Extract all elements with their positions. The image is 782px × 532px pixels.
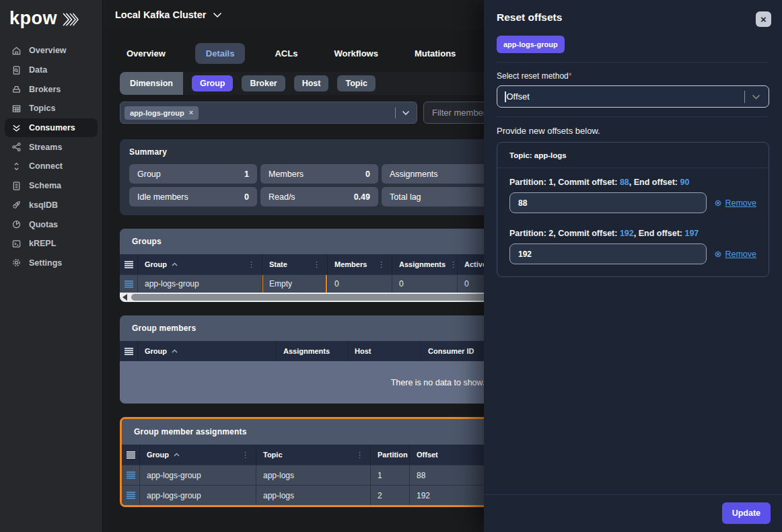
row-menu-cell[interactable] bbox=[122, 465, 140, 485]
sidebar-item-quotas[interactable]: Quotas bbox=[5, 215, 98, 234]
sidebar-item-label: Schema bbox=[29, 181, 61, 190]
cluster-selector[interactable]: Local Kafka Cluster bbox=[115, 9, 222, 20]
partition-info-label: Partition: 2, Commit offset: 192, End of… bbox=[509, 229, 756, 238]
sidebar-item-label: Quotas bbox=[29, 220, 58, 229]
cell-topic: app-logs bbox=[256, 465, 371, 485]
consumers-icon bbox=[11, 123, 22, 133]
select-divider bbox=[395, 108, 396, 118]
menu-icon bbox=[127, 471, 135, 479]
column-menu-icon[interactable]: ⋮ bbox=[244, 260, 255, 269]
groups-title: Groups bbox=[132, 237, 162, 246]
dimension-option-topic[interactable]: Topic bbox=[337, 75, 375, 91]
remove-partition-link[interactable]: ⊗ Remove bbox=[715, 198, 756, 208]
update-button[interactable]: Update bbox=[722, 502, 771, 524]
quotas-pie-icon bbox=[11, 219, 22, 229]
col-group[interactable]: Group bbox=[138, 341, 277, 361]
column-menu-icon[interactable]: ⋮ bbox=[238, 451, 249, 459]
col-group[interactable]: Group⋮ bbox=[138, 254, 262, 274]
sort-asc-icon bbox=[172, 349, 178, 353]
tab-details[interactable]: Details bbox=[195, 43, 246, 64]
sidebar-item-settings[interactable]: Settings bbox=[5, 254, 98, 273]
tab-overview[interactable]: Overview bbox=[120, 43, 172, 64]
sidebar-item-label: Connect bbox=[29, 161, 63, 171]
dimension-option-group[interactable]: Group bbox=[192, 75, 234, 91]
sidebar-item-overview[interactable]: Overview bbox=[5, 41, 98, 61]
offset-input[interactable] bbox=[509, 192, 707, 213]
sidebar-item-consumers[interactable]: Consumers bbox=[5, 118, 98, 138]
col-state[interactable]: State⋮ bbox=[262, 254, 328, 274]
row-menu-header[interactable] bbox=[120, 341, 138, 361]
end-offset-value: 197 bbox=[684, 229, 699, 238]
sidebar-item-brokers[interactable]: Brokers bbox=[5, 79, 98, 99]
data-icon bbox=[11, 65, 22, 75]
partition-info-label: Partition: 1, Commit offset: 88, End off… bbox=[509, 178, 756, 187]
settings-gear-icon bbox=[11, 258, 22, 268]
menu-icon bbox=[127, 492, 135, 499]
select-divider bbox=[744, 91, 745, 103]
partition-input-row: ⊗ Remove bbox=[509, 243, 756, 264]
menu-icon bbox=[125, 280, 133, 288]
panel-header: Reset offsets × bbox=[484, 0, 782, 27]
menu-icon bbox=[125, 261, 133, 268]
sidebar-item-label: Overview bbox=[29, 46, 67, 55]
sidebar-item-label: Brokers bbox=[29, 85, 61, 94]
sidebar-item-ksqldb[interactable]: ksqlDB bbox=[5, 196, 98, 215]
close-icon[interactable]: × bbox=[756, 11, 771, 27]
group-filter-select[interactable]: app-logs-group × bbox=[120, 102, 417, 124]
tab-workflows[interactable]: Workflows bbox=[327, 43, 385, 64]
partition-input-row: ⊗ Remove bbox=[509, 192, 756, 213]
scroll-left-arrow-icon[interactable] bbox=[122, 294, 127, 301]
sidebar-item-schema[interactable]: Schema bbox=[5, 176, 98, 196]
column-menu-icon[interactable]: ⋮ bbox=[446, 260, 457, 269]
chevron-down-icon bbox=[213, 12, 222, 18]
partition-block: Partition: 2, Commit offset: 192, End of… bbox=[509, 229, 756, 264]
reset-method-select[interactable]: Offset bbox=[497, 85, 769, 108]
cell-group: app-logs-group bbox=[138, 275, 262, 293]
chevron-down-icon[interactable] bbox=[752, 94, 760, 100]
offset-input[interactable] bbox=[509, 243, 707, 264]
col-assignments[interactable]: Assignments⋮ bbox=[392, 254, 458, 274]
col-members[interactable]: Members⋮ bbox=[328, 254, 392, 274]
row-menu-cell[interactable] bbox=[122, 486, 140, 505]
panel-footer: Update bbox=[484, 494, 782, 532]
sidebar: kpow Overview Data Brokers Topics Consum… bbox=[0, 0, 103, 532]
assignments-title: Group member assignments bbox=[134, 427, 247, 436]
dimension-option-broker[interactable]: Broker bbox=[242, 75, 285, 91]
divider bbox=[497, 62, 769, 63]
col-assignments[interactable]: Assignments bbox=[277, 341, 348, 361]
tab-acls[interactable]: ACLs bbox=[268, 43, 304, 64]
reset-method-value: Offset bbox=[507, 91, 530, 102]
column-menu-icon[interactable]: ⋮ bbox=[309, 260, 320, 269]
divider bbox=[497, 116, 769, 117]
dimension-options: Group Broker Host Topic bbox=[192, 75, 376, 91]
column-menu-icon[interactable]: ⋮ bbox=[352, 451, 363, 459]
topic-card-title: Topic: app-logs bbox=[509, 151, 756, 159]
sidebar-item-krepl[interactable]: kREPL bbox=[5, 234, 98, 254]
chevron-down-icon[interactable] bbox=[402, 110, 410, 116]
sidebar-item-topics[interactable]: Topics bbox=[5, 99, 98, 118]
remove-partition-link[interactable]: ⊗ Remove bbox=[715, 249, 756, 259]
remove-tag-icon[interactable]: × bbox=[189, 109, 193, 116]
text-cursor bbox=[505, 91, 506, 102]
col-partition[interactable]: Partition⋮ bbox=[371, 445, 410, 465]
col-host[interactable]: Host bbox=[348, 341, 421, 361]
sidebar-item-data[interactable]: Data bbox=[5, 61, 98, 80]
kpow-chevrons-icon bbox=[61, 12, 79, 27]
cell-topic: app-logs bbox=[256, 486, 371, 505]
sidebar-item-label: kREPL bbox=[29, 239, 56, 248]
group-badge: app-logs-group bbox=[497, 36, 565, 53]
sidebar-item-streams[interactable]: Streams bbox=[5, 137, 98, 157]
row-menu-cell[interactable] bbox=[120, 275, 138, 293]
reset-method-label: Select reset method* bbox=[497, 71, 769, 81]
col-group[interactable]: Group⋮ bbox=[140, 445, 256, 465]
group-members-title: Group members bbox=[132, 324, 196, 333]
row-menu-header[interactable] bbox=[122, 445, 140, 465]
kpow-logo: kpow bbox=[0, 0, 102, 38]
row-menu-header[interactable] bbox=[120, 254, 138, 274]
tab-mutations[interactable]: Mutations bbox=[408, 43, 462, 64]
dimension-option-host[interactable]: Host bbox=[294, 75, 329, 91]
column-menu-icon[interactable]: ⋮ bbox=[374, 260, 385, 269]
col-topic[interactable]: Topic⋮ bbox=[256, 445, 371, 465]
cluster-name: Local Kafka Cluster bbox=[115, 9, 206, 20]
sidebar-item-connect[interactable]: Connect bbox=[5, 157, 98, 176]
